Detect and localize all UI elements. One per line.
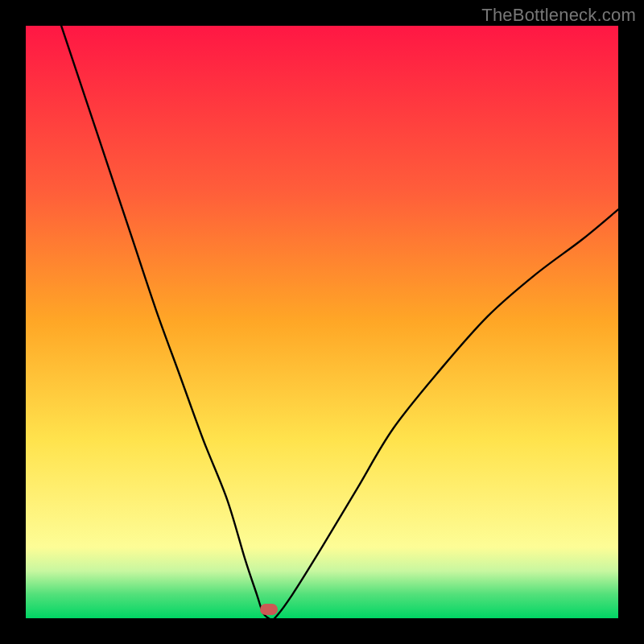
plot-area <box>26 26 618 618</box>
chart-frame: TheBottleneck.com <box>0 0 644 644</box>
bottleneck-curve <box>61 26 618 618</box>
curve-svg <box>26 26 618 618</box>
watermark-text: TheBottleneck.com <box>481 5 636 26</box>
bottleneck-marker <box>260 604 278 615</box>
